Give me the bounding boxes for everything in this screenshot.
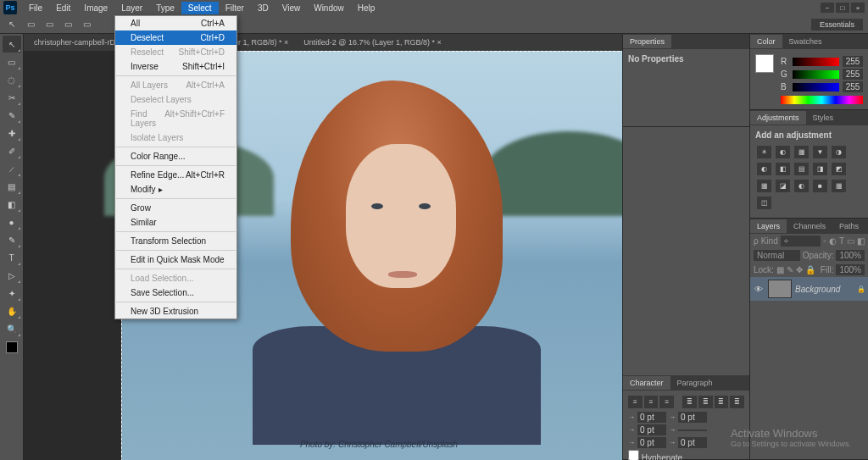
opacity-input[interactable]: 100% xyxy=(836,250,865,261)
paragraph-spacing-input[interactable] xyxy=(678,430,707,431)
adjustment-icon-1[interactable]: ◐ xyxy=(776,146,790,158)
styles-tab[interactable]: Styles xyxy=(806,111,841,125)
tool-3[interactable]: ✂ xyxy=(3,89,21,106)
menu-item-refine-edge-[interactable]: Refine Edge...Alt+Ctrl+R xyxy=(115,168,236,182)
adjustment-icon-14[interactable]: ▦ xyxy=(832,180,846,192)
menu-item-deselect[interactable]: DeselectCtrl+D xyxy=(115,30,236,45)
filter-adj-icon[interactable]: ◐ xyxy=(829,236,837,246)
red-value[interactable]: 255 xyxy=(843,56,863,67)
justify-center-icon[interactable]: ≣ xyxy=(698,396,713,408)
align-center-icon[interactable]: ≡ xyxy=(644,396,659,408)
character-tab[interactable]: Character xyxy=(623,376,670,390)
canvas-area[interactable]: Photo by: Christopher Campbell/Unsplash xyxy=(24,51,622,460)
adjustment-icon-13[interactable]: ■ xyxy=(813,180,827,192)
tool-15[interactable]: ✋ xyxy=(3,302,21,319)
hyphenate-checkbox[interactable] xyxy=(628,450,639,460)
filter-smart-icon[interactable]: ◧ xyxy=(857,236,865,246)
justify-left-icon[interactable]: ≣ xyxy=(682,396,697,408)
swatches-tab[interactable]: Swatches xyxy=(782,35,829,48)
filter-pixel-icon[interactable]: ▫ xyxy=(823,236,826,246)
filter-shape-icon[interactable]: ▭ xyxy=(847,236,854,246)
menu-filter[interactable]: Filter xyxy=(219,2,251,14)
blue-value[interactable]: 255 xyxy=(843,81,863,92)
adjustments-tab[interactable]: Adjustments xyxy=(750,111,806,125)
tool-5[interactable]: ✚ xyxy=(3,125,21,141)
tool-12[interactable]: T xyxy=(3,249,21,266)
menu-item-similar[interactable]: Similar xyxy=(115,215,236,230)
add-selection-icon[interactable]: ▭ xyxy=(42,18,56,31)
subtract-selection-icon[interactable]: ▭ xyxy=(61,18,75,31)
adjustment-icon-15[interactable]: ◫ xyxy=(757,197,771,209)
adjustment-icon-5[interactable]: ◐ xyxy=(757,163,771,175)
paragraph-spacing-input[interactable]: 0 pt xyxy=(637,412,666,423)
menu-item-grow[interactable]: Grow xyxy=(115,201,236,215)
menu-select[interactable]: Select xyxy=(181,2,219,14)
layer-thumbnail[interactable] xyxy=(768,280,792,298)
foreground-color-swatch[interactable] xyxy=(755,54,774,73)
menu-view[interactable]: View xyxy=(275,2,308,14)
justify-all-icon[interactable]: ≣ xyxy=(730,396,744,408)
align-right-icon[interactable]: ≡ xyxy=(659,396,674,408)
menu-item-edit-in-quick-mask-mode[interactable]: Edit in Quick Mask Mode xyxy=(115,252,236,267)
intersect-selection-icon[interactable]: ▭ xyxy=(80,18,93,31)
adjustment-icon-10[interactable]: ▦ xyxy=(757,180,771,192)
lock-pixels-icon[interactable]: ✎ xyxy=(787,265,793,274)
tool-9[interactable]: ◧ xyxy=(3,196,21,213)
properties-tab[interactable]: Properties xyxy=(623,35,671,48)
color-swatches-icon[interactable] xyxy=(6,341,18,353)
visibility-icon[interactable]: 👁 xyxy=(753,285,765,294)
adjustment-icon-9[interactable]: ◩ xyxy=(832,163,846,175)
paragraph-spacing-input[interactable]: 0 pt xyxy=(678,412,707,423)
menu-item-transform-selection[interactable]: Transform Selection xyxy=(115,234,236,248)
menu-item-new-d-extrusion[interactable]: New 3D Extrusion xyxy=(115,304,236,319)
adjustment-icon-3[interactable]: ▼ xyxy=(813,146,827,158)
adjustment-icon-0[interactable]: ☀ xyxy=(757,146,771,158)
filter-type-icon[interactable]: T xyxy=(839,236,844,246)
tool-13[interactable]: ▷ xyxy=(3,267,21,284)
lock-transparent-icon[interactable]: ▦ xyxy=(776,265,784,274)
adjustment-icon-11[interactable]: ◪ xyxy=(776,180,790,192)
fill-input[interactable]: 100% xyxy=(836,264,865,275)
adjustment-icon-6[interactable]: ◧ xyxy=(776,163,790,175)
hue-strip[interactable] xyxy=(781,96,863,104)
menu-item-inverse[interactable]: InverseShift+Ctrl+I xyxy=(115,59,236,74)
paragraph-spacing-input[interactable]: 0 pt xyxy=(637,437,666,448)
menu-edit[interactable]: Edit xyxy=(49,2,77,14)
menu-window[interactable]: Window xyxy=(307,2,351,14)
menu-layer[interactable]: Layer xyxy=(114,2,149,14)
layers-tab[interactable]: Layers xyxy=(750,219,787,233)
close-button[interactable]: × xyxy=(851,3,865,13)
menu-item-modify[interactable]: Modify xyxy=(115,182,236,197)
adjustment-icon-4[interactable]: ◑ xyxy=(832,146,846,158)
tool-4[interactable]: ✎ xyxy=(3,107,21,124)
tool-6[interactable]: ✐ xyxy=(3,142,21,159)
red-slider[interactable] xyxy=(793,58,839,66)
workspace-switcher[interactable]: Essentials xyxy=(811,19,863,30)
layer-row-background[interactable]: 👁 Background 🔒 xyxy=(750,277,868,301)
document-tab-2[interactable]: Untitled-2 @ 16.7% (Layer 1, RGB/8) * × xyxy=(297,36,448,49)
lock-position-icon[interactable]: ✥ xyxy=(796,265,803,274)
paragraph-tab[interactable]: Paragraph xyxy=(670,376,720,390)
tool-10[interactable]: ● xyxy=(3,213,21,230)
paragraph-spacing-input[interactable]: 0 pt xyxy=(678,437,707,448)
blue-slider[interactable] xyxy=(793,83,839,91)
align-left-icon[interactable]: ≡ xyxy=(628,396,643,408)
adjustment-icon-8[interactable]: ◨ xyxy=(813,163,827,175)
tool-8[interactable]: ▤ xyxy=(3,178,21,195)
adjustment-icon-7[interactable]: ▤ xyxy=(794,163,809,175)
channels-tab[interactable]: Channels xyxy=(787,219,832,233)
green-value[interactable]: 255 xyxy=(843,69,863,80)
menu-item-all[interactable]: AllCtrl+A xyxy=(115,16,236,30)
tool-11[interactable]: ✎ xyxy=(3,231,21,248)
blend-mode-select[interactable]: Normal xyxy=(754,250,800,261)
menu-image[interactable]: Image xyxy=(77,2,114,14)
adjustment-icon-2[interactable]: ▦ xyxy=(794,146,809,158)
menu-help[interactable]: Help xyxy=(351,2,382,14)
lock-all-icon[interactable]: 🔒 xyxy=(805,265,815,274)
tool-2[interactable]: ◌ xyxy=(3,71,21,88)
minimize-button[interactable]: − xyxy=(821,3,834,13)
menu-file[interactable]: File xyxy=(22,2,49,14)
paths-tab[interactable]: Paths xyxy=(832,219,865,233)
tool-0[interactable]: ↖ xyxy=(3,36,21,53)
adjustment-icon-12[interactable]: ◐ xyxy=(794,180,809,192)
